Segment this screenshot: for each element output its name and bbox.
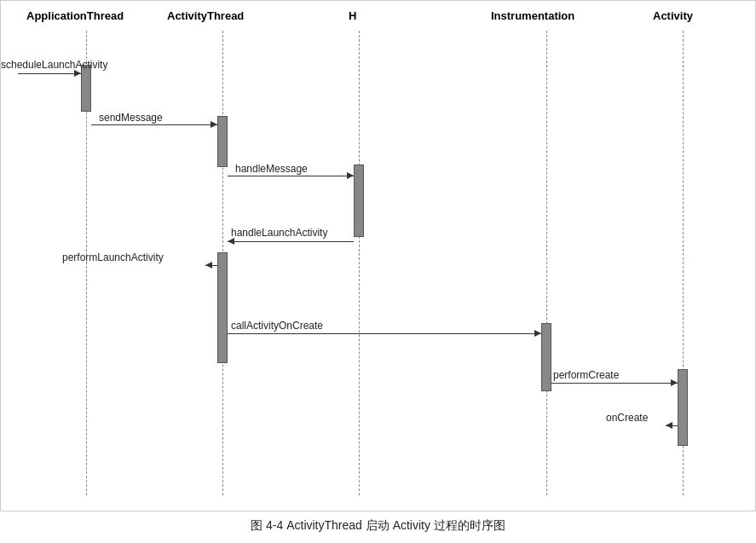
sequence-diagram: ApplicationThread ActivityThread H Instr… [0, 0, 756, 511]
lifeline-header-instrumentation: Instrumentation [491, 9, 574, 22]
activation-app [81, 65, 91, 112]
label-schedule-launch: scheduleLaunchActivity [1, 59, 107, 71]
lifeline-header-activitythread: ActivityThread [167, 9, 244, 22]
label-oncreate: onCreate [606, 412, 648, 424]
activation-instrumentation [541, 323, 551, 391]
lifeline-line-instrumentation [546, 31, 547, 495]
arrow-perform-create [551, 383, 678, 384]
arrow-handle-launch [228, 241, 354, 242]
activation-activity [678, 369, 688, 446]
arrow-schedule-launch [18, 73, 81, 74]
label-perform-create: performCreate [553, 369, 619, 381]
lifeline-header-activity: Activity [653, 9, 693, 22]
label-perform-launch: performLaunchActivity [62, 251, 164, 263]
arrow-send-message [91, 124, 217, 125]
lifeline-header-h: H [349, 9, 356, 22]
activation-h [354, 165, 364, 237]
label-handle-launch: handleLaunchActivity [231, 227, 327, 239]
activation-activitythread-2 [217, 252, 228, 363]
arrow-oncreate [666, 425, 678, 426]
arrow-handle-message [228, 176, 354, 176]
arrow-call-activity-oncreate [228, 333, 541, 334]
label-handle-message: handleMessage [235, 163, 308, 175]
label-send-message: sendMessage [99, 112, 163, 124]
lifeline-header-app: ApplicationThread [26, 9, 124, 22]
label-call-activity-oncreate: callActivityOnCreate [231, 320, 323, 332]
activation-activitythread-1 [217, 116, 228, 167]
arrow-perform-launch [205, 265, 217, 266]
diagram-caption: 图 4-4 ActivityThread 启动 Activity 过程的时序图 [0, 518, 756, 534]
lifeline-line-h [359, 31, 360, 495]
